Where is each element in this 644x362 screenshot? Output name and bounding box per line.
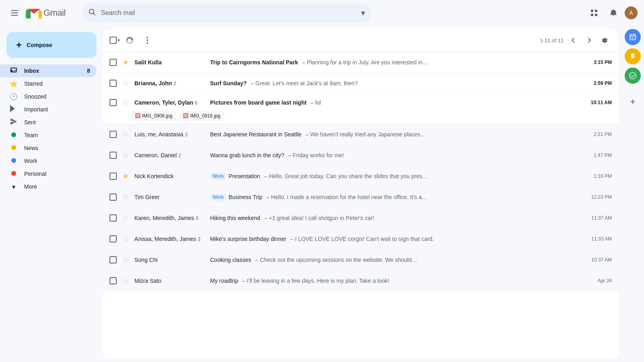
- star-button[interactable]: ☆: [120, 212, 131, 224]
- right-panel: 31 +: [621, 26, 644, 362]
- settings-button[interactable]: [599, 34, 612, 47]
- work-label-tag: Work: [210, 173, 226, 180]
- svg-point-18: [630, 72, 636, 79]
- email-body: Trip to Cairngorms National Park – Plann…: [210, 59, 581, 66]
- svg-text:31: 31: [632, 37, 634, 39]
- svg-rect-5: [591, 10, 593, 12]
- attachment-icon: 🖼: [183, 113, 188, 119]
- svg-rect-0: [11, 10, 18, 11]
- email-snippet: – I'll be leaving in a few days. Here is…: [241, 278, 389, 284]
- email-snippet: – Check out the upcoming sessions on the…: [254, 257, 417, 263]
- svg-marker-9: [10, 105, 15, 112]
- select-dropdown-arrow[interactable]: ▾: [118, 37, 120, 43]
- attachment-name: IMG_0906.jpg: [142, 113, 172, 119]
- email-row[interactable]: ★ Nick Kortendick Work Presentation – He…: [103, 166, 618, 187]
- email-checkbox[interactable]: [109, 152, 117, 159]
- svg-rect-2: [11, 15, 18, 16]
- email-time: Apr 24: [588, 278, 612, 284]
- sender-name: Karen, Meredith, James 5: [134, 215, 207, 221]
- compose-label: Compose: [27, 42, 52, 48]
- email-body: Best Japanese Restaurant in Seattle – We…: [210, 131, 581, 138]
- email-row[interactable]: ★ Salit Kulla Trip to Cairngorms Nationa…: [103, 52, 618, 73]
- email-time: 1:47 PM: [588, 152, 612, 158]
- sidebar-item-starred[interactable]: ⭐ Starred: [0, 77, 97, 90]
- star-button[interactable]: ☆: [120, 78, 131, 89]
- star-button[interactable]: ☆: [120, 129, 131, 140]
- search-expand-icon[interactable]: ▾: [361, 8, 365, 18]
- email-row[interactable]: ☆ Anissa, Meredith, James 3 Mike's surpr…: [103, 228, 618, 249]
- star-button[interactable]: ☆: [120, 275, 131, 286]
- attachment-chip[interactable]: 🖼 IMG_0906.jpg: [131, 111, 176, 120]
- email-checkbox[interactable]: [109, 235, 117, 243]
- email-row[interactable]: ☆ Tim Greer Work Business Trip – Hello. …: [103, 187, 618, 208]
- sidebar-item-important[interactable]: Important: [0, 103, 97, 116]
- gmail-logo-text: Gmail: [43, 8, 66, 18]
- email-row[interactable]: ☆ Cameron, Tyler, Dylan 6 Pictures from …: [103, 94, 618, 124]
- star-button[interactable]: ★: [120, 171, 131, 182]
- toolbar-right: 1-11 of 11: [540, 34, 612, 47]
- email-checkbox[interactable]: [109, 131, 117, 138]
- email-body: Mike's surprise birthday dinner – I LOVE…: [210, 236, 581, 242]
- more-options-button[interactable]: [139, 32, 155, 48]
- hamburger-menu[interactable]: [6, 5, 23, 21]
- email-checkbox[interactable]: [109, 277, 117, 284]
- svg-point-10: [147, 37, 148, 38]
- email-checkbox[interactable]: [109, 80, 117, 87]
- tasks-icon[interactable]: [625, 68, 641, 84]
- star-button[interactable]: ☆: [120, 191, 131, 203]
- prev-page-button[interactable]: [567, 34, 580, 47]
- sidebar-item-work[interactable]: Work: [0, 154, 97, 167]
- sidebar-item-team[interactable]: Team: [0, 129, 97, 142]
- inbox-label: Inbox: [24, 68, 80, 74]
- email-checkbox[interactable]: [109, 59, 117, 66]
- select-all-checkbox[interactable]: [109, 37, 117, 44]
- work-dot-icon: [10, 157, 18, 165]
- keep-icon[interactable]: [625, 48, 641, 64]
- sidebar-item-more[interactable]: ▾ More: [0, 180, 97, 193]
- email-subject: My roadtrip: [210, 278, 238, 284]
- svg-rect-8: [595, 14, 597, 16]
- email-row[interactable]: ☆ Karen, Meredith, James 5 Hiking this w…: [103, 208, 618, 228]
- email-row[interactable]: ☆ Cameron, Daniel 2 Wanna grab lunch in …: [103, 145, 618, 166]
- sidebar-item-inbox[interactable]: Inbox 8: [0, 64, 97, 77]
- star-button[interactable]: ☆: [120, 254, 131, 265]
- notifications-icon[interactable]: [605, 5, 621, 21]
- attachment-chip[interactable]: 🖼 IMG_0916.jpg: [179, 111, 224, 120]
- email-checkbox[interactable]: [109, 173, 117, 180]
- email-body: Surf Sunday? – Great. Let's meet at Jack…: [210, 80, 581, 86]
- email-checkbox[interactable]: [109, 193, 117, 201]
- calendar-icon[interactable]: 31: [625, 29, 641, 45]
- user-avatar[interactable]: A: [625, 6, 638, 19]
- refresh-button[interactable]: [122, 32, 138, 48]
- star-button[interactable]: ☆: [120, 97, 131, 108]
- search-icon: [88, 8, 96, 18]
- sidebar-item-sent[interactable]: Sent: [0, 116, 97, 129]
- email-row[interactable]: ☆ Song Chi Cooking classes – Check out t…: [103, 249, 618, 270]
- sidebar-item-news[interactable]: News: [0, 142, 97, 154]
- sidebar-item-personal[interactable]: Personal: [0, 167, 97, 180]
- sidebar-item-snoozed[interactable]: 🕐 Snoozed: [0, 90, 97, 103]
- compose-button[interactable]: + Compose: [6, 32, 97, 58]
- apps-icon[interactable]: [586, 5, 602, 21]
- email-checkbox[interactable]: [109, 256, 117, 263]
- star-button[interactable]: ☆: [120, 150, 131, 161]
- email-checkbox[interactable]: [109, 214, 117, 222]
- snoozed-icon: 🕐: [10, 93, 18, 101]
- email-row[interactable]: ☆ Mizra Sato My roadtrip – I'll be leavi…: [103, 270, 618, 291]
- star-button[interactable]: ★: [120, 57, 131, 68]
- email-checkbox[interactable]: [109, 99, 117, 106]
- gmail-logo[interactable]: Gmail: [26, 7, 66, 19]
- next-page-button[interactable]: [583, 34, 596, 47]
- search-input[interactable]: [101, 9, 356, 16]
- email-subject: Pictures from board game last night: [210, 99, 307, 106]
- email-time: 3:15 PM: [588, 60, 612, 65]
- compose-plus-icon: +: [16, 39, 22, 51]
- email-row[interactable]: ☆ Brianna, John 2 Surf Sunday? – Great. …: [103, 73, 618, 94]
- add-panel-button[interactable]: +: [625, 94, 641, 110]
- email-row[interactable]: ☆ Luis, me, Anastasia 3 Best Japanese Re…: [103, 124, 618, 145]
- email-subject: Surf Sunday?: [210, 80, 247, 86]
- main-area: + Compose Inbox 8 ⭐ Starred 🕐 Snoozed: [0, 26, 644, 362]
- email-list: ★ Salit Kulla Trip to Cairngorms Nationa…: [103, 52, 618, 359]
- sidebar: + Compose Inbox 8 ⭐ Starred 🕐 Snoozed: [0, 26, 103, 362]
- star-button[interactable]: ☆: [120, 233, 131, 245]
